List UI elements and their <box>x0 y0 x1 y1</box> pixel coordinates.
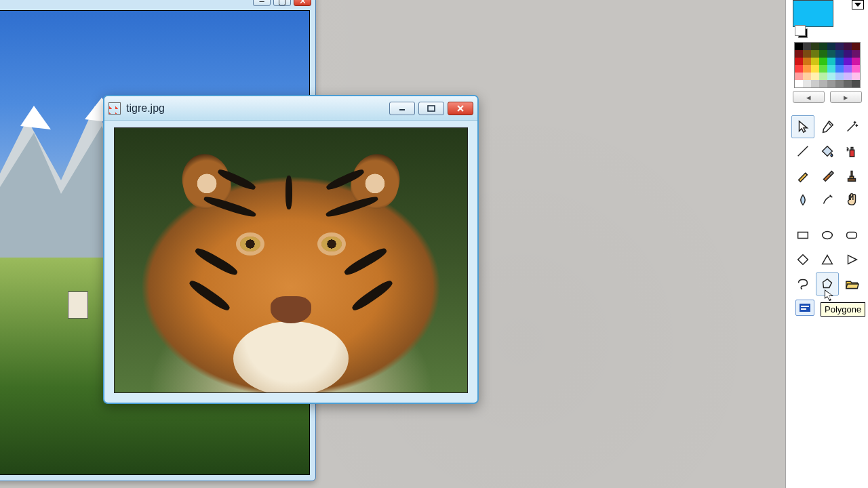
palette-color[interactable] <box>819 65 827 73</box>
minimize-icon <box>397 105 407 112</box>
palette-color[interactable] <box>819 50 827 58</box>
palette-color[interactable] <box>844 65 852 73</box>
palette-color[interactable] <box>852 80 860 87</box>
palette-color[interactable] <box>827 73 835 80</box>
palette-color[interactable] <box>852 50 860 58</box>
blur-tool-button[interactable] <box>791 188 814 211</box>
palette-color[interactable] <box>827 50 835 58</box>
palette-color[interactable] <box>827 58 835 65</box>
palette-color[interactable] <box>795 65 803 73</box>
ellipse-icon <box>820 228 835 243</box>
pencil-tool-button[interactable] <box>791 164 814 187</box>
spray-tool-button[interactable] <box>840 140 863 163</box>
tigre-image-window: tigre.jpg <box>103 95 479 404</box>
close-icon: ✕ <box>299 0 307 6</box>
palette-color[interactable] <box>844 43 852 50</box>
bg-minimize-button[interactable]: – <box>253 0 271 6</box>
lasso-shape-button[interactable] <box>791 272 814 296</box>
palette-color[interactable] <box>811 73 819 80</box>
palette-color[interactable] <box>844 80 852 87</box>
smudge-icon <box>820 192 835 207</box>
palette-color[interactable] <box>803 58 811 65</box>
palette-color[interactable] <box>803 80 811 87</box>
palette-color[interactable] <box>819 80 827 87</box>
palette-color[interactable] <box>803 65 811 73</box>
palette-color[interactable] <box>852 58 860 65</box>
diamond-shape-button[interactable] <box>791 248 814 271</box>
palette-color[interactable] <box>811 43 819 50</box>
tool-panel: ◂ ▸ <box>785 0 868 488</box>
titlebar[interactable]: tigre.jpg <box>104 96 477 121</box>
palette-color[interactable] <box>844 58 852 65</box>
maximize-button[interactable] <box>418 102 444 115</box>
palette-color[interactable] <box>835 73 844 80</box>
text-tool-button[interactable] <box>795 300 814 316</box>
palette-color[interactable] <box>827 65 835 73</box>
palette-color[interactable] <box>844 50 852 58</box>
svg-rect-11 <box>846 232 856 238</box>
palette-color[interactable] <box>795 58 803 65</box>
palette-color[interactable] <box>835 80 844 87</box>
stamp-tool-button[interactable] <box>840 164 863 187</box>
palette-color[interactable] <box>835 58 844 65</box>
play-triangle-shape-button[interactable] <box>840 248 863 271</box>
eyedropper-tool-button[interactable] <box>816 115 839 138</box>
polygon-shape-button[interactable] <box>816 272 839 296</box>
palette-color[interactable] <box>827 43 835 50</box>
palette-color[interactable] <box>827 80 835 87</box>
close-button[interactable] <box>448 102 473 115</box>
palette-color[interactable] <box>811 50 819 58</box>
palette-color[interactable] <box>795 80 803 87</box>
image-canvas[interactable] <box>114 127 468 393</box>
palette-color[interactable] <box>803 73 811 80</box>
palette-color[interactable] <box>852 65 860 73</box>
svg-rect-13 <box>801 306 809 307</box>
palette-color[interactable] <box>852 43 860 50</box>
palette-color[interactable] <box>835 43 844 50</box>
palette-color[interactable] <box>819 73 827 80</box>
triangle-shape-button[interactable] <box>816 248 839 271</box>
pointer-tool-button[interactable] <box>791 115 814 138</box>
bg-maximize-button[interactable]: ▢ <box>273 0 291 6</box>
palette-color[interactable] <box>835 50 844 58</box>
palette-color[interactable] <box>811 80 819 87</box>
open-folder-shape-button[interactable] <box>840 272 863 296</box>
rectangle-shape-button[interactable] <box>791 224 814 247</box>
svg-rect-12 <box>800 304 810 312</box>
palette-prev-button[interactable]: ◂ <box>793 91 825 103</box>
polygon-tooltip: Polygone <box>821 302 865 317</box>
ellipse-shape-button[interactable] <box>816 224 839 247</box>
bg-close-button[interactable]: ✕ <box>294 0 311 6</box>
minimize-button[interactable] <box>389 102 415 115</box>
current-color-swatch[interactable] <box>793 0 833 27</box>
brush-icon <box>820 168 835 183</box>
palette-color[interactable] <box>835 65 844 73</box>
palette-next-button[interactable]: ▸ <box>830 91 862 103</box>
magic-wand-icon <box>844 119 859 134</box>
palette-color[interactable] <box>819 43 827 50</box>
triangle-left-icon: ◂ <box>806 92 811 102</box>
lasso-icon <box>795 277 810 291</box>
color-dropdown-button[interactable] <box>852 0 864 9</box>
palette-color[interactable] <box>844 73 852 80</box>
brush-tool-button[interactable] <box>816 164 839 187</box>
palette-color[interactable] <box>811 65 819 73</box>
line-tool-button[interactable] <box>791 140 814 163</box>
palette-color[interactable] <box>819 58 827 65</box>
close-icon <box>456 104 465 113</box>
fill-tool-button[interactable] <box>816 140 839 163</box>
fg-bg-swatch[interactable] <box>798 28 808 38</box>
palette-color[interactable] <box>795 43 803 50</box>
palette-color[interactable] <box>795 73 803 80</box>
palette-color[interactable] <box>795 50 803 58</box>
magic-wand-tool-button[interactable] <box>840 115 863 138</box>
palette-color[interactable] <box>852 73 860 80</box>
palette-color[interactable] <box>803 50 811 58</box>
stamp-icon <box>844 168 859 183</box>
hand-tool-button[interactable] <box>840 188 863 211</box>
smudge-tool-button[interactable] <box>816 188 839 211</box>
palette-color[interactable] <box>803 43 811 50</box>
rounded-rect-shape-button[interactable] <box>840 224 863 247</box>
tool-grid <box>791 115 863 211</box>
palette-color[interactable] <box>811 58 819 65</box>
